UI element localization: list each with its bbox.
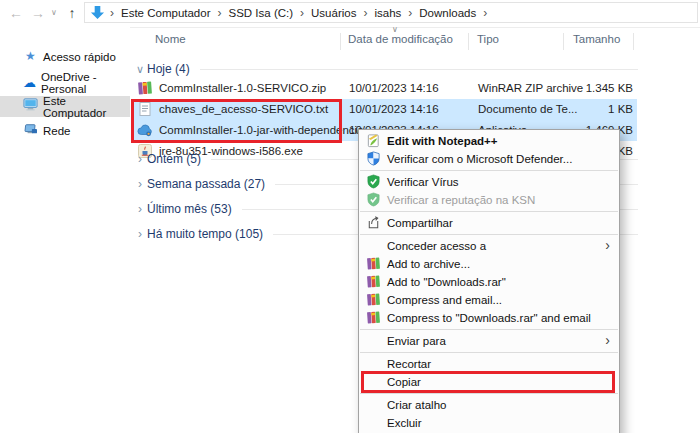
- network-icon: [23, 123, 38, 139]
- chevron-collapsed-icon: ›: [133, 152, 147, 166]
- sidebar-item-este-computador[interactable]: Este Computador: [0, 96, 130, 117]
- menu-item-label: Edit with Notepad++: [387, 135, 498, 147]
- winrar-icon: [366, 310, 381, 325]
- address-bar[interactable]: › Este Computador › SSD Isa (C:) › Usuár…: [84, 2, 698, 23]
- breadcrumb-item-ssd-isa-c[interactable]: SSD Isa (C:): [227, 7, 296, 19]
- group-label: Semana passada (27): [147, 177, 265, 191]
- notepadpp-icon: [366, 133, 381, 148]
- group-label: Ontem (5): [147, 152, 201, 166]
- menu-item-verificar-reputacao-ksn[interactable]: Verificar a reputação na KSN: [359, 191, 619, 209]
- group-header-hoje[interactable]: ∨ Hoje (4): [130, 59, 638, 79]
- menu-separator: [360, 170, 618, 171]
- menu-item-label: Add to archive...: [387, 258, 470, 270]
- winrar-archive-icon: [137, 80, 153, 96]
- sidebar-item-onedrive[interactable]: ☁ OneDrive - Personal: [0, 72, 130, 93]
- menu-item-label: Enviar para: [387, 335, 446, 347]
- text-document-icon: [137, 101, 153, 117]
- submenu-arrow-icon: ›: [605, 236, 610, 254]
- context-menu: Edit with Notepad++ Verificar com o Micr…: [358, 129, 620, 433]
- file-explorer-window: ← → ∨ ↑ › Este Computador › SSD Isa (C:)…: [0, 0, 700, 433]
- menu-item-verificar-virus[interactable]: Verificar Vírus: [359, 173, 619, 191]
- menu-item-verificar-defender[interactable]: Verificar com o Microsoft Defender...: [359, 150, 619, 168]
- sidebar-item-label: Rede: [43, 125, 71, 137]
- menu-item-label: Verificar a reputação na KSN: [387, 194, 535, 206]
- column-header-tipo[interactable]: Tipo: [477, 33, 499, 49]
- menu-separator: [360, 393, 618, 394]
- column-divider[interactable]: [468, 33, 469, 50]
- menu-item-compartilhar[interactable]: Compartilhar: [359, 214, 619, 232]
- share-icon: [366, 215, 381, 230]
- menu-item-enviar-para[interactable]: Enviar para ›: [359, 332, 619, 350]
- winrar-icon: [366, 274, 381, 289]
- file-date: 10/01/2023 14:16: [349, 99, 439, 120]
- menu-item-criar-atalho[interactable]: Criar atalho: [359, 396, 619, 414]
- column-header-nome[interactable]: Nome: [155, 33, 186, 49]
- defender-shield-icon: [366, 151, 381, 166]
- menu-item-label: Recortar: [387, 358, 431, 370]
- menu-item-add-to-downloads-rar[interactable]: Add to "Downloads.rar": [359, 273, 619, 291]
- menu-item-label: Criar atalho: [387, 399, 446, 411]
- green-shield-check-icon: [366, 174, 381, 189]
- menu-item-label: Verificar Vírus: [387, 176, 459, 188]
- chevron-collapsed-icon: ›: [133, 202, 147, 216]
- quick-access-star-icon: ★: [23, 49, 38, 64]
- chevron-collapsed-icon: ›: [133, 227, 147, 241]
- forward-button[interactable]: →: [28, 3, 48, 23]
- sidebar-item-label: Acesso rápido: [43, 51, 116, 63]
- recent-locations-button[interactable]: ∨: [48, 3, 60, 23]
- breadcrumb-item-downloads[interactable]: Downloads: [417, 7, 478, 19]
- menu-item-label: Add to "Downloads.rar": [387, 276, 506, 288]
- column-header-tamanho[interactable]: Tamanho: [573, 33, 620, 49]
- breadcrumb-separator: ›: [478, 6, 492, 20]
- menu-separator: [360, 234, 618, 235]
- green-shield-check-icon: [366, 192, 381, 207]
- menu-item-label: Compress and email...: [387, 294, 502, 306]
- column-header-data[interactable]: Data de modificação: [348, 33, 453, 49]
- group-label: Hoje (4): [147, 62, 190, 76]
- chevron-down-icon: ∨: [51, 8, 57, 17]
- menu-item-recortar[interactable]: Recortar: [359, 355, 619, 373]
- submenu-arrow-icon: ›: [605, 331, 610, 349]
- breadcrumb-item-isahs[interactable]: isahs: [372, 7, 403, 19]
- menu-item-compress-and-email[interactable]: Compress and email...: [359, 291, 619, 309]
- column-divider[interactable]: [340, 33, 341, 50]
- back-arrow-icon: ←: [9, 5, 23, 21]
- column-divider[interactable]: [563, 33, 564, 50]
- breadcrumb-separator: ›: [403, 6, 417, 20]
- breadcrumb-separator: ›: [213, 6, 227, 20]
- file-row-txt[interactable]: chaves_de_acesso-SERVICO.txt 10/01/2023 …: [131, 99, 637, 120]
- file-name: CommInstaller-1.0-SERVICO.zip: [159, 78, 326, 99]
- menu-item-label: Compartilhar: [387, 217, 453, 229]
- navigation-pane: ★ Acesso rápido ☁ OneDrive - Personal Es…: [0, 27, 130, 433]
- breadcrumb-item-usuarios[interactable]: Usuários: [309, 7, 358, 19]
- winrar-icon: [366, 256, 381, 271]
- chevron-collapsed-icon: ›: [133, 177, 147, 191]
- menu-item-add-to-archive[interactable]: Add to archive...: [359, 255, 619, 273]
- toolbar: ← → ∨ ↑ › Este Computador › SSD Isa (C:)…: [0, 0, 700, 28]
- group-divider-line: [200, 69, 638, 70]
- menu-item-excluir[interactable]: Excluir: [359, 414, 619, 432]
- chevron-expanded-icon: ∨: [133, 63, 147, 76]
- breadcrumb-separator: ›: [295, 6, 309, 20]
- file-name: CommInstaller-1.0-jar-with-dependencie..…: [159, 120, 373, 141]
- sidebar-item-rede[interactable]: Rede: [0, 120, 130, 141]
- this-pc-monitor-icon: [23, 98, 38, 115]
- downloads-icon: [90, 5, 105, 20]
- up-arrow-icon: ↑: [69, 5, 76, 21]
- menu-item-edit-with-notepadpp[interactable]: Edit with Notepad++: [359, 132, 619, 150]
- file-size: 1.345 KB: [531, 78, 633, 99]
- file-name: chaves_de_acesso-SERVICO.txt: [159, 99, 328, 120]
- menu-item-copiar[interactable]: Copiar: [359, 373, 619, 391]
- menu-item-label: Excluir: [387, 417, 422, 429]
- menu-item-compress-to-downloads-rar-and-email[interactable]: Compress to "Downloads.rar" and email: [359, 309, 619, 327]
- menu-item-conceder-acesso[interactable]: Conceder acesso a ›: [359, 237, 619, 255]
- sidebar-item-acesso-rapido[interactable]: ★ Acesso rápido: [0, 46, 130, 67]
- column-divider[interactable]: [633, 33, 634, 50]
- group-label: Último mês (53): [147, 202, 232, 216]
- up-button[interactable]: ↑: [62, 3, 82, 23]
- menu-item-label: Copiar: [387, 376, 421, 388]
- back-button[interactable]: ←: [6, 3, 26, 23]
- breadcrumb-item-este-computador[interactable]: Este Computador: [119, 7, 213, 19]
- file-row-zip[interactable]: CommInstaller-1.0-SERVICO.zip 10/01/2023…: [131, 78, 637, 99]
- breadcrumb-separator: ›: [105, 6, 119, 20]
